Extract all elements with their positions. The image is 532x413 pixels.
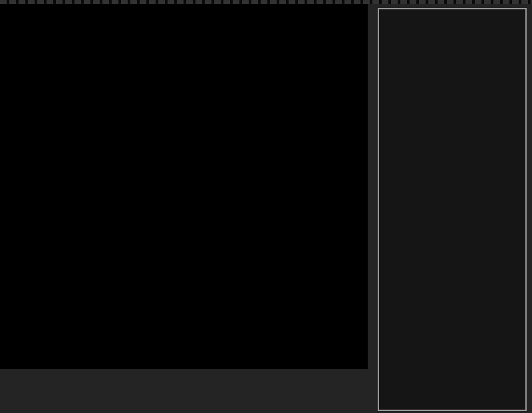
scene-svg bbox=[0, 0, 368, 369]
simulation-viewport[interactable] bbox=[0, 0, 368, 369]
controls-panel bbox=[378, 8, 527, 411]
top-dashed-border bbox=[0, 0, 532, 4]
